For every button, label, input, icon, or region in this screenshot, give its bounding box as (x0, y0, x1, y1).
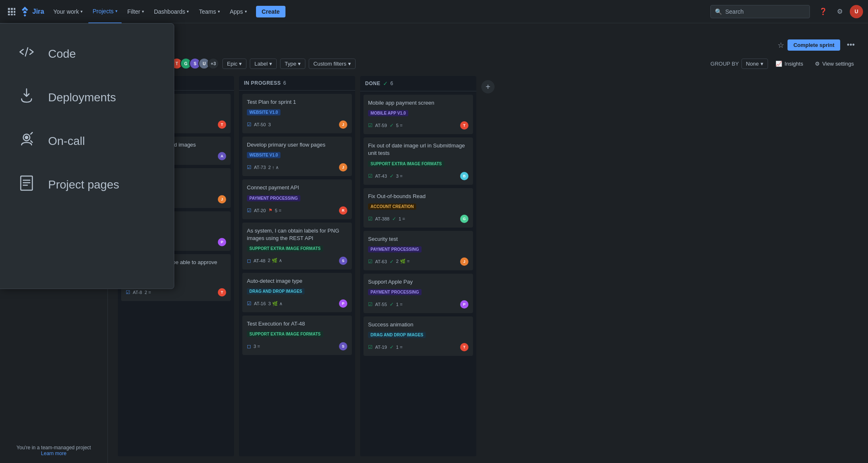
card-tag: WEBSITE V1.0 (247, 152, 280, 158)
nav-filter[interactable]: Filter ▾ (123, 0, 148, 23)
table-row[interactable]: Security test PAYMENT PROCESSING ☑ AT-63… (363, 231, 473, 270)
star-button[interactable]: ☆ (778, 41, 784, 50)
create-button[interactable]: Create (256, 6, 286, 17)
label-filter[interactable]: Label ▾ (250, 59, 277, 69)
epic-filter[interactable]: Epic ▾ (222, 59, 246, 69)
card-avatar: T (460, 343, 468, 351)
svg-rect-4 (11, 11, 13, 13)
board-columns: TO DO 6 Select image type WEBSITE V1.0 ☑… (108, 76, 868, 463)
card-avatar: P (339, 299, 347, 308)
card-avatar: S (339, 257, 347, 265)
task-icon: ☑ (368, 301, 373, 307)
settings-icon[interactable]: ⚙ (833, 5, 846, 18)
card-avatar: P (460, 300, 468, 309)
project-pages-icon (17, 174, 37, 195)
view-settings-button[interactable]: ⚙ View settings (811, 59, 858, 69)
breadcrumb: Projects / atlbettog (118, 30, 858, 36)
view-settings-icon: ⚙ (815, 61, 820, 67)
add-column-button[interactable]: + (481, 80, 495, 93)
table-row[interactable]: Fix out of date image url in SubmitImage… (363, 137, 473, 184)
table-row[interactable]: Test Plan for sprint 1 WEBSITE V1.0 ☑ AT… (242, 94, 352, 133)
content-area: Projects / atlbettog AT Sprint 1 ☆ Compl… (108, 23, 868, 463)
jira-logo[interactable]: Jira (20, 7, 44, 17)
task-icon: ◻ (247, 258, 251, 264)
card-footer: ☑ AT-19 ✓ 1 = T (368, 343, 468, 351)
nav-teams[interactable]: Teams ▾ (195, 0, 224, 23)
nav-projects[interactable]: Projects ▾ (88, 0, 122, 23)
avatar-count[interactable]: +3 (207, 58, 219, 69)
svg-rect-1 (11, 8, 13, 10)
svg-rect-3 (8, 11, 10, 13)
card-avatar: G (460, 215, 468, 223)
svg-rect-2 (14, 8, 15, 10)
task-icon: ☑ (247, 164, 251, 170)
table-row[interactable]: Test Execution for AT-48 SUPPORT EXTRA I… (242, 316, 352, 355)
column-inprogress-cards: Test Plan for sprint 1 WEBSITE V1.0 ☑ AT… (239, 91, 355, 456)
svg-point-11 (25, 136, 28, 139)
insights-chart-icon: 📈 (775, 61, 782, 67)
card-tag: WEBSITE V1.0 (247, 109, 280, 115)
complete-sprint-button[interactable]: Complete sprint (788, 39, 840, 51)
nav-apps[interactable]: Apps ▾ (226, 0, 251, 23)
help-icon[interactable]: ❓ (817, 5, 830, 18)
column-done-title: DONE (365, 81, 380, 86)
card-tag: ACCOUNT CREATION (368, 203, 416, 210)
svg-rect-0 (8, 8, 10, 10)
nav-your-work[interactable]: Your work ▾ (49, 0, 87, 23)
type-filter[interactable]: Type ▾ (280, 59, 305, 69)
card-footer: ◻ AT-48 2 🌿 ∧ S (247, 257, 347, 265)
group-by: GROUP BY None ▾ (710, 59, 768, 69)
card-tag: DRAG AND DROP IMAGES (368, 332, 426, 338)
task-icon: ☑ (368, 216, 373, 222)
user-avatar[interactable]: U (850, 5, 863, 18)
table-row[interactable]: As system, I can obtain labels for PNG i… (242, 223, 352, 269)
board-header: Projects / atlbettog AT Sprint 1 ☆ Compl… (108, 23, 868, 76)
card-footer: ☑ AT-50 3 J (247, 120, 347, 129)
table-row[interactable]: Develop primary user flow pages WEBSITE … (242, 137, 352, 176)
board-toolbar: 🔍 T G S U +3 Epic ▾ Label ▾ (118, 58, 858, 76)
card-avatar: B (460, 172, 468, 180)
task-icon: ☑ (247, 122, 251, 127)
custom-filter[interactable]: Custom filters ▾ (309, 59, 355, 69)
search-bar[interactable]: 🔍 Search (710, 5, 810, 18)
group-by-value[interactable]: None ▾ (741, 59, 768, 69)
table-row[interactable]: Fix Out-of-bounds Read ACCOUNT CREATION … (363, 188, 473, 228)
card-tag: PAYMENT PROCESSING (247, 195, 300, 201)
nav-dashboards[interactable]: Dashboards ▾ (150, 0, 193, 23)
add-column: + (481, 76, 496, 456)
insights-button[interactable]: 📈 Insights (771, 59, 807, 69)
table-row[interactable]: Connect payment API PAYMENT PROCESSING ☑… (242, 179, 352, 219)
more-options-button[interactable]: ••• (844, 39, 858, 51)
column-done-count: 6 (390, 81, 393, 86)
table-row[interactable]: Mobile app payment screen MOBILE APP V1.… (363, 95, 473, 134)
column-inprogress-header: IN PROGRESS 6 (239, 76, 355, 91)
grid-icon[interactable] (5, 5, 18, 18)
table-row[interactable]: Support Apple Pay PAYMENT PROCESSING ☑ A… (363, 274, 473, 313)
svg-rect-5 (14, 11, 15, 13)
card-avatar: T (460, 121, 468, 130)
task-icon: ◻ (247, 343, 251, 349)
task-icon: ☑ (247, 301, 251, 306)
card-footer: ☑ AT-8 2 = T (126, 288, 226, 296)
task-icon: ☑ (368, 122, 373, 128)
card-tag: PAYMENT PROCESSING (368, 289, 422, 295)
overlay-deployments[interactable]: Deployments (17, 84, 157, 111)
column-inprogress-title: IN PROGRESS (244, 80, 281, 86)
overlay-on-call[interactable]: On-call (17, 127, 157, 154)
column-done-cards: Mobile app payment screen MOBILE APP V1.… (360, 91, 476, 456)
card-tag: SUPPORT EXTRA IMAGE FORMATS (368, 161, 444, 167)
card-tag: DRAG AND DROP IMAGES (247, 288, 305, 294)
card-footer: ☑ AT-59 ✓ 5 = T (368, 121, 468, 130)
overlay-code[interactable]: Code (17, 40, 157, 67)
card-footer: ☑ AT-63 ✓ 2 🌿 = J (368, 257, 468, 266)
overlay-project-pages[interactable]: Project pages (17, 171, 157, 198)
table-row[interactable]: Success animation DRAG AND DROP IMAGES ☑… (363, 316, 473, 356)
task-icon: ☑ (247, 208, 251, 213)
card-tag: SUPPORT EXTRA IMAGE FORMATS (247, 331, 323, 337)
board-title-row: AT Sprint 1 ☆ Complete sprint ••• (118, 39, 858, 51)
sidebar-footer: You're in a team-managed project Learn m… (0, 438, 107, 463)
svg-rect-8 (14, 14, 15, 15)
table-row[interactable]: Auto-detect image type DRAG AND DROP IMA… (242, 273, 352, 312)
card-avatar: P (218, 238, 226, 246)
svg-line-12 (31, 132, 32, 134)
